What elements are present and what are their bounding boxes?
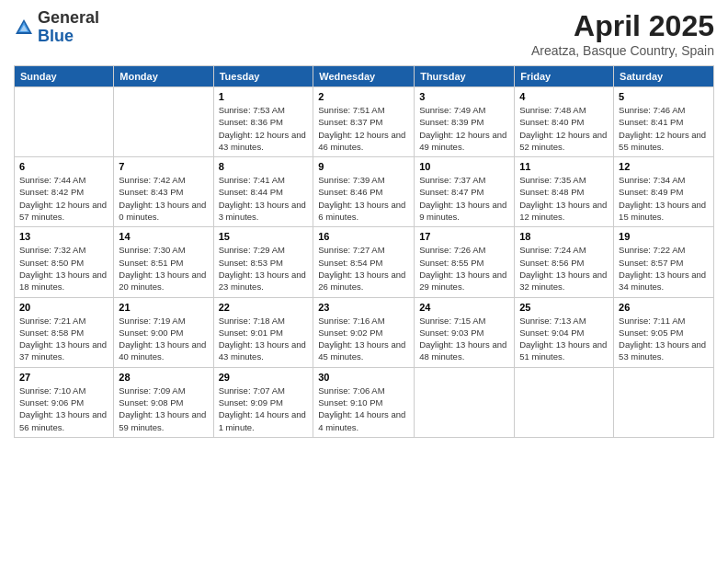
header-monday: Monday <box>114 66 213 87</box>
day-number: 18 <box>519 231 609 242</box>
day-info: Sunrise: 7:27 AMSunset: 8:54 PMDaylight:… <box>318 244 409 293</box>
header-saturday: Saturday <box>614 66 714 87</box>
day-number: 12 <box>619 161 709 172</box>
header-thursday: Thursday <box>415 66 515 87</box>
logo: General Blue <box>14 9 99 46</box>
title-block: April 2025 Areatza, Basque Country, Spai… <box>531 9 714 58</box>
location: Areatza, Basque Country, Spain <box>531 43 714 58</box>
day-cell-3-3: 23Sunrise: 7:16 AMSunset: 9:02 PMDayligh… <box>313 297 415 367</box>
day-info: Sunrise: 7:46 AMSunset: 8:41 PMDaylight:… <box>619 104 709 153</box>
day-number: 27 <box>19 372 108 383</box>
day-info: Sunrise: 7:18 AMSunset: 9:01 PMDaylight:… <box>219 315 309 363</box>
day-number: 22 <box>219 302 309 313</box>
day-number: 15 <box>219 231 309 242</box>
day-cell-2-3: 16Sunrise: 7:27 AMSunset: 8:54 PMDayligh… <box>313 227 415 297</box>
day-cell-3-1: 21Sunrise: 7:19 AMSunset: 9:00 PMDayligh… <box>114 297 213 367</box>
day-cell-3-5: 25Sunrise: 7:13 AMSunset: 9:04 PMDayligh… <box>515 297 614 367</box>
day-number: 6 <box>19 161 108 172</box>
day-cell-3-6: 26Sunrise: 7:11 AMSunset: 9:05 PMDayligh… <box>614 297 714 367</box>
day-number: 8 <box>219 161 309 172</box>
day-number: 28 <box>119 372 208 383</box>
day-info: Sunrise: 7:22 AMSunset: 8:57 PMDaylight:… <box>619 244 709 293</box>
day-cell-4-6 <box>614 367 714 437</box>
day-number: 16 <box>318 231 409 242</box>
day-number: 25 <box>519 302 609 313</box>
day-cell-0-2: 1Sunrise: 7:53 AMSunset: 8:36 PMDaylight… <box>213 87 313 157</box>
month-title: April 2025 <box>531 9 714 43</box>
day-cell-0-4: 3Sunrise: 7:49 AMSunset: 8:39 PMDaylight… <box>415 87 515 157</box>
page-container: General Blue April 2025 Areatza, Basque … <box>0 0 728 447</box>
day-info: Sunrise: 7:42 AMSunset: 8:43 PMDaylight:… <box>119 174 208 223</box>
day-cell-4-1: 28Sunrise: 7:09 AMSunset: 9:08 PMDayligh… <box>114 367 213 437</box>
day-info: Sunrise: 7:19 AMSunset: 9:00 PMDaylight:… <box>119 315 208 363</box>
week-row-2: 6Sunrise: 7:44 AMSunset: 8:42 PMDaylight… <box>15 157 714 227</box>
day-cell-1-5: 11Sunrise: 7:35 AMSunset: 8:48 PMDayligh… <box>515 157 614 227</box>
day-info: Sunrise: 7:10 AMSunset: 9:06 PMDaylight:… <box>19 385 108 433</box>
day-info: Sunrise: 7:39 AMSunset: 8:46 PMDaylight:… <box>318 174 409 223</box>
day-cell-0-3: 2Sunrise: 7:51 AMSunset: 8:37 PMDaylight… <box>313 87 415 157</box>
day-number: 29 <box>219 372 309 383</box>
day-info: Sunrise: 7:44 AMSunset: 8:42 PMDaylight:… <box>19 174 108 223</box>
day-cell-3-0: 20Sunrise: 7:21 AMSunset: 8:58 PMDayligh… <box>15 297 114 367</box>
day-number: 2 <box>318 91 409 102</box>
day-info: Sunrise: 7:32 AMSunset: 8:50 PMDaylight:… <box>19 244 108 293</box>
day-info: Sunrise: 7:51 AMSunset: 8:37 PMDaylight:… <box>318 104 409 153</box>
day-cell-4-3: 30Sunrise: 7:06 AMSunset: 9:10 PMDayligh… <box>313 367 415 437</box>
day-info: Sunrise: 7:34 AMSunset: 8:49 PMDaylight:… <box>619 174 709 223</box>
day-cell-4-0: 27Sunrise: 7:10 AMSunset: 9:06 PMDayligh… <box>15 367 114 437</box>
day-info: Sunrise: 7:49 AMSunset: 8:39 PMDaylight:… <box>419 104 509 153</box>
day-cell-0-0 <box>15 87 114 157</box>
day-cell-3-4: 24Sunrise: 7:15 AMSunset: 9:03 PMDayligh… <box>415 297 515 367</box>
day-info: Sunrise: 7:48 AMSunset: 8:40 PMDaylight:… <box>519 104 609 153</box>
day-number: 17 <box>419 231 509 242</box>
day-cell-4-2: 29Sunrise: 7:07 AMSunset: 9:09 PMDayligh… <box>213 367 313 437</box>
header-wednesday: Wednesday <box>313 66 415 87</box>
day-info: Sunrise: 7:30 AMSunset: 8:51 PMDaylight:… <box>119 244 208 293</box>
day-number: 14 <box>119 231 208 242</box>
day-info: Sunrise: 7:29 AMSunset: 8:53 PMDaylight:… <box>219 244 309 293</box>
day-info: Sunrise: 7:21 AMSunset: 8:58 PMDaylight:… <box>19 315 108 363</box>
day-info: Sunrise: 7:07 AMSunset: 9:09 PMDaylight:… <box>219 385 309 433</box>
day-info: Sunrise: 7:11 AMSunset: 9:05 PMDaylight:… <box>619 315 709 363</box>
day-cell-3-2: 22Sunrise: 7:18 AMSunset: 9:01 PMDayligh… <box>213 297 313 367</box>
day-info: Sunrise: 7:09 AMSunset: 9:08 PMDaylight:… <box>119 385 208 433</box>
day-number: 4 <box>519 91 609 102</box>
day-cell-0-6: 5Sunrise: 7:46 AMSunset: 8:41 PMDaylight… <box>614 87 714 157</box>
day-number: 24 <box>419 302 509 313</box>
day-info: Sunrise: 7:15 AMSunset: 9:03 PMDaylight:… <box>419 315 509 363</box>
day-cell-2-4: 17Sunrise: 7:26 AMSunset: 8:55 PMDayligh… <box>415 227 515 297</box>
day-cell-1-6: 12Sunrise: 7:34 AMSunset: 8:49 PMDayligh… <box>614 157 714 227</box>
day-cell-2-1: 14Sunrise: 7:30 AMSunset: 8:51 PMDayligh… <box>114 227 213 297</box>
week-row-4: 20Sunrise: 7:21 AMSunset: 8:58 PMDayligh… <box>15 297 714 367</box>
day-cell-1-4: 10Sunrise: 7:37 AMSunset: 8:47 PMDayligh… <box>415 157 515 227</box>
day-number: 20 <box>19 302 108 313</box>
header-friday: Friday <box>515 66 614 87</box>
day-number: 21 <box>119 302 208 313</box>
weekday-header-row: Sunday Monday Tuesday Wednesday Thursday… <box>15 66 714 87</box>
header: General Blue April 2025 Areatza, Basque … <box>14 9 714 58</box>
day-cell-4-5 <box>515 367 614 437</box>
day-info: Sunrise: 7:37 AMSunset: 8:47 PMDaylight:… <box>419 174 509 223</box>
day-number: 1 <box>219 91 309 102</box>
day-number: 30 <box>318 372 409 383</box>
week-row-1: 1Sunrise: 7:53 AMSunset: 8:36 PMDaylight… <box>15 87 714 157</box>
day-number: 5 <box>619 91 709 102</box>
day-number: 10 <box>419 161 509 172</box>
day-cell-1-1: 7Sunrise: 7:42 AMSunset: 8:43 PMDaylight… <box>114 157 213 227</box>
logo-general-text: General <box>38 9 99 28</box>
day-number: 13 <box>19 231 108 242</box>
day-info: Sunrise: 7:35 AMSunset: 8:48 PMDaylight:… <box>519 174 609 223</box>
day-number: 26 <box>619 302 709 313</box>
day-cell-1-2: 8Sunrise: 7:41 AMSunset: 8:44 PMDaylight… <box>213 157 313 227</box>
day-cell-1-3: 9Sunrise: 7:39 AMSunset: 8:46 PMDaylight… <box>313 157 415 227</box>
day-cell-2-2: 15Sunrise: 7:29 AMSunset: 8:53 PMDayligh… <box>213 227 313 297</box>
day-info: Sunrise: 7:06 AMSunset: 9:10 PMDaylight:… <box>318 385 409 433</box>
calendar-table: Sunday Monday Tuesday Wednesday Thursday… <box>14 65 714 438</box>
day-info: Sunrise: 7:16 AMSunset: 9:02 PMDaylight:… <box>318 315 409 363</box>
day-cell-0-5: 4Sunrise: 7:48 AMSunset: 8:40 PMDaylight… <box>515 87 614 157</box>
day-number: 19 <box>619 231 709 242</box>
day-cell-2-0: 13Sunrise: 7:32 AMSunset: 8:50 PMDayligh… <box>15 227 114 297</box>
day-info: Sunrise: 7:26 AMSunset: 8:55 PMDaylight:… <box>419 244 509 293</box>
day-info: Sunrise: 7:13 AMSunset: 9:04 PMDaylight:… <box>519 315 609 363</box>
header-tuesday: Tuesday <box>213 66 313 87</box>
